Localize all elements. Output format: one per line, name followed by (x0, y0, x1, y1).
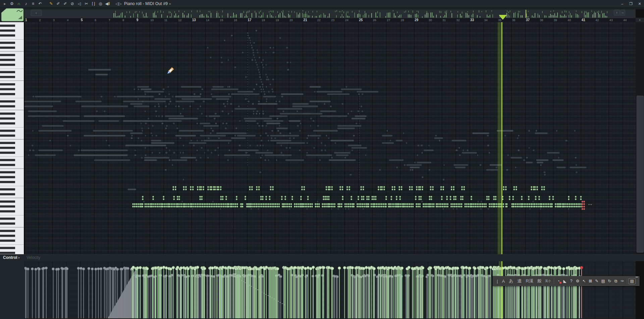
headphones-icon[interactable]: ∩ (15, 0, 22, 7)
note[interactable] (368, 196, 369, 198)
ghost-note[interactable] (453, 208, 454, 210)
grid-row[interactable] (24, 213, 636, 215)
velocity-head[interactable] (35, 268, 37, 271)
note[interactable] (201, 189, 202, 190)
note[interactable] (489, 206, 490, 208)
note[interactable] (198, 203, 200, 205)
ghost-note[interactable] (303, 113, 322, 115)
ghost-note[interactable] (274, 137, 276, 139)
ghost-note[interactable] (279, 132, 281, 134)
note-grid[interactable] (24, 22, 636, 254)
note[interactable] (190, 189, 191, 190)
ghost-note[interactable] (273, 47, 274, 49)
velocity-head[interactable] (31, 268, 34, 270)
velocity-stem[interactable] (235, 269, 236, 318)
note[interactable] (223, 203, 224, 205)
grid-row[interactable] (24, 191, 636, 193)
ghost-note[interactable] (310, 86, 321, 88)
ghost-note[interactable] (209, 115, 220, 117)
grid-row[interactable] (24, 78, 636, 81)
velocity-head[interactable] (211, 267, 214, 269)
note[interactable] (580, 198, 582, 200)
velocity-head[interactable] (52, 268, 55, 270)
vertical-scrollbar-thumb[interactable] (637, 96, 644, 253)
grid-row[interactable] (24, 51, 636, 54)
note[interactable] (375, 196, 376, 198)
note[interactable] (379, 203, 380, 205)
grid-row[interactable] (24, 127, 636, 130)
velocity-stem[interactable] (66, 268, 67, 318)
velocity-stem[interactable] (507, 268, 507, 318)
note[interactable] (461, 203, 462, 205)
note[interactable] (431, 198, 432, 200)
menu-list-icon[interactable]: ≡ (30, 0, 37, 7)
note[interactable] (447, 203, 448, 205)
note[interactable] (346, 206, 347, 208)
note[interactable] (564, 206, 565, 208)
note[interactable] (525, 203, 527, 205)
ghost-note[interactable] (259, 72, 260, 73)
velocity-stem[interactable] (101, 269, 101, 318)
ghost-note[interactable] (289, 132, 291, 134)
velocity-stem[interactable] (579, 268, 580, 318)
note[interactable] (216, 206, 217, 208)
velocity-head[interactable] (462, 267, 465, 269)
velocity-head[interactable] (229, 267, 232, 269)
note[interactable] (211, 206, 212, 208)
ghost-note[interactable] (459, 147, 460, 149)
ghost-note[interactable] (106, 140, 107, 141)
note[interactable] (324, 206, 325, 208)
note[interactable] (285, 206, 287, 208)
velocity-head[interactable] (461, 276, 463, 278)
ghost-note[interactable] (224, 154, 250, 156)
velocity-stem[interactable] (144, 268, 145, 318)
note[interactable] (419, 203, 421, 205)
note[interactable] (151, 203, 153, 205)
ghost-note[interactable] (299, 149, 300, 151)
note[interactable] (192, 206, 193, 208)
ghost-note[interactable] (455, 167, 466, 168)
velocity-stem[interactable] (284, 268, 285, 318)
black-key[interactable] (0, 100, 15, 102)
velocity-stem[interactable] (263, 268, 264, 318)
ghost-note[interactable] (254, 57, 255, 58)
bar-number[interactable]: 28 (401, 18, 404, 22)
note[interactable] (225, 198, 227, 200)
velocity-stem[interactable] (554, 268, 554, 318)
note[interactable] (358, 206, 360, 208)
note[interactable] (351, 196, 352, 198)
note[interactable] (442, 189, 444, 190)
grid-row[interactable] (24, 220, 636, 222)
grid-row[interactable] (24, 32, 636, 34)
velocity-head[interactable] (367, 275, 370, 277)
note[interactable] (201, 186, 202, 188)
velocity-stem[interactable] (176, 269, 177, 318)
note[interactable] (531, 206, 533, 208)
ghost-note[interactable] (268, 91, 270, 93)
ghost-note[interactable] (314, 147, 315, 149)
note[interactable] (318, 203, 320, 205)
velocity-head[interactable] (306, 274, 308, 277)
note[interactable] (376, 206, 377, 208)
note[interactable] (391, 198, 392, 200)
note[interactable] (256, 206, 257, 208)
velocity-stem[interactable] (81, 268, 82, 318)
velocity-head[interactable] (165, 275, 167, 277)
note[interactable] (170, 203, 172, 205)
velocity-stem[interactable] (401, 268, 402, 318)
ghost-note[interactable] (145, 110, 146, 112)
zoom-out-button[interactable]: – (620, 10, 625, 15)
velocity-head[interactable] (293, 266, 296, 269)
note[interactable] (548, 203, 549, 205)
ghost-note[interactable] (245, 120, 256, 122)
ghost-note[interactable] (211, 152, 212, 154)
velocity-stem[interactable] (117, 269, 118, 318)
velocity-stem[interactable] (229, 267, 229, 318)
bar-number[interactable]: 13 (192, 18, 196, 22)
ghost-note[interactable] (251, 47, 253, 49)
note[interactable] (583, 206, 585, 208)
ghost-note[interactable] (223, 103, 225, 105)
velocity-head[interactable] (120, 268, 123, 271)
note[interactable] (361, 189, 362, 190)
velocity-stem[interactable] (427, 275, 428, 318)
